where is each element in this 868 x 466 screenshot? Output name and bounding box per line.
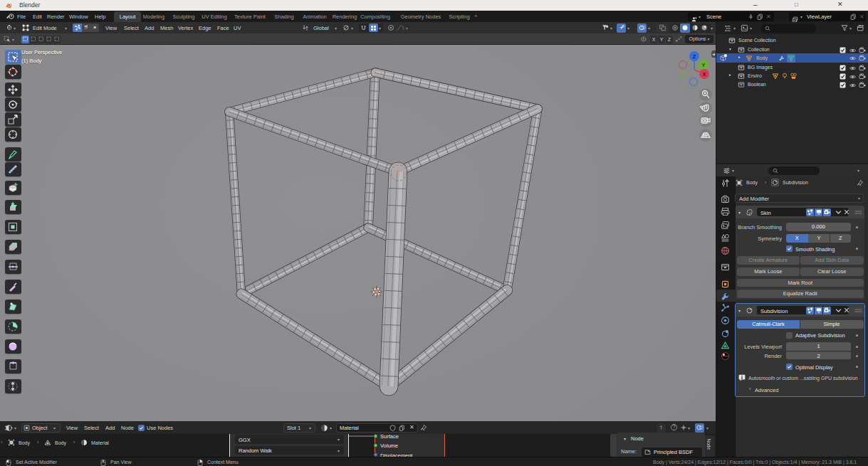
svg-text:Y: Y <box>701 62 705 68</box>
svg-text:X: X <box>702 71 706 78</box>
svg-text:Z: Z <box>693 53 696 60</box>
